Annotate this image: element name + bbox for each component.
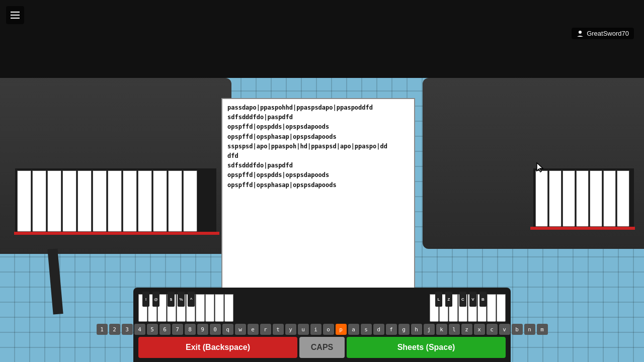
- menu-line-2: [11, 15, 20, 16]
- piano-keys-row: ! @ $ % ^: [138, 292, 506, 322]
- keyboard-key-v[interactable]: v: [499, 324, 510, 335]
- black-key-label: !: [145, 297, 147, 302]
- piano-key[interactable]: [576, 170, 589, 227]
- sheet-line: passdapo|ppaspohhd|ppaspsdapo|ppaspoddfd: [227, 103, 409, 113]
- piano-key[interactable]: [32, 170, 46, 232]
- keyboard-key-7[interactable]: 7: [172, 324, 183, 335]
- keyboard-key-q[interactable]: q: [222, 324, 233, 335]
- white-key[interactable]: [497, 294, 506, 322]
- keyboard-key-2[interactable]: 2: [109, 324, 120, 335]
- right-special-labels: L Z C V B: [435, 292, 496, 307]
- piano-right-accent: [530, 227, 635, 230]
- username-text: GreatSword70: [587, 30, 629, 37]
- sheet-line: opspffd|opsphasap|opspsdapoods: [227, 132, 409, 142]
- user-icon: [577, 30, 584, 37]
- keyboard-key-d[interactable]: d: [373, 324, 384, 335]
- keyboard-key-9[interactable]: 9: [197, 324, 208, 335]
- sheet-line: sdfsdddfdo|paspdfd: [227, 161, 409, 170]
- keyboard-key-a[interactable]: a: [348, 324, 359, 335]
- piano-key[interactable]: [123, 170, 137, 232]
- keyboard-key-l[interactable]: l: [449, 324, 460, 335]
- piano-key[interactable]: [183, 170, 197, 232]
- keyboard-key-w[interactable]: w: [235, 324, 246, 335]
- keyboard-key-e[interactable]: e: [248, 324, 259, 335]
- keyboard-key-y[interactable]: y: [285, 324, 296, 335]
- sheets-button[interactable]: Sheets (Space): [347, 337, 506, 358]
- keyboard-key-s[interactable]: s: [361, 324, 372, 335]
- piano-key[interactable]: [535, 170, 548, 227]
- piano-right-panel: L Z C V B: [323, 292, 506, 322]
- keyboard-key-j[interactable]: j: [424, 324, 435, 335]
- piano-key[interactable]: [617, 170, 629, 227]
- piano-key[interactable]: [138, 170, 152, 232]
- piano-left-body: [0, 78, 231, 254]
- sheet-line: opspffd|opspdds|opspsdapoods: [227, 122, 409, 132]
- keyboard-key-z[interactable]: z: [461, 324, 472, 335]
- bottom-actions: Exit (Backspace) CAPS Sheets (Space): [138, 337, 506, 358]
- keyboard-key-u[interactable]: u: [298, 324, 309, 335]
- piano-key[interactable]: [47, 170, 61, 232]
- keyboard-key-r[interactable]: r: [260, 324, 271, 335]
- piano-right-body: [423, 78, 644, 249]
- piano-left-keys: [15, 168, 216, 234]
- keyboard-key-k[interactable]: k: [436, 324, 447, 335]
- key-row-numbers: 1234567890qwertyuiopasdfghjklzxcvbnm: [138, 324, 506, 335]
- keyboard-panel: ! @ $ % ^: [133, 288, 511, 362]
- sheet-line: sspspsd|apo|ppaspoh|hd|ppaspsd|apo|ppasp…: [227, 142, 409, 151]
- exit-button[interactable]: Exit (Backspace): [138, 337, 297, 358]
- black-key-label: @: [154, 297, 158, 302]
- black-key-label: ^: [190, 297, 193, 302]
- black-key-label-r: C: [461, 297, 464, 302]
- keyboard-key-c[interactable]: c: [487, 324, 498, 335]
- black-key-label-r: L: [438, 297, 440, 302]
- piano-left-accent: [14, 232, 219, 235]
- piano-key[interactable]: [77, 170, 92, 232]
- sheet-content: passdapo|ppaspohhd|ppaspsdapo|ppaspoddfd…: [227, 103, 409, 190]
- piano-key[interactable]: [17, 170, 31, 232]
- piano-key[interactable]: [93, 170, 107, 232]
- keyboard-key-3[interactable]: 3: [122, 324, 133, 335]
- keyboard-key-n[interactable]: n: [524, 324, 535, 335]
- username-badge: GreatSword70: [572, 28, 634, 39]
- black-key-label-r: Z: [448, 297, 450, 302]
- menu-icon[interactable]: [6, 6, 24, 24]
- piano-key[interactable]: [590, 170, 602, 227]
- sheet-dialog: passdapo|ppaspohhd|ppaspsdapo|ppaspoddfd…: [221, 98, 415, 289]
- keyboard-key-0[interactable]: 0: [210, 324, 221, 335]
- black-key-label: $: [170, 297, 172, 302]
- keyboard-key-4[interactable]: 4: [134, 324, 145, 335]
- keyboard-key-b[interactable]: b: [512, 324, 523, 335]
- piano-key[interactable]: [562, 170, 575, 227]
- piano-key[interactable]: [549, 170, 561, 227]
- piano-key[interactable]: [168, 170, 182, 232]
- menu-line-3: [11, 18, 20, 19]
- svg-point-0: [579, 31, 582, 34]
- piano-right-keys: [533, 168, 634, 229]
- piano-key[interactable]: [153, 170, 167, 232]
- keyboard-key-8[interactable]: 8: [185, 324, 196, 335]
- menu-line-1: [11, 12, 20, 13]
- black-key-label-r: V: [471, 297, 474, 302]
- caps-button[interactable]: CAPS: [299, 337, 345, 358]
- sheet-line: dfd: [227, 151, 409, 161]
- keyboard-key-m[interactable]: m: [537, 324, 548, 335]
- keyboard-key-i[interactable]: i: [310, 324, 321, 335]
- sheet-line: opspffd|opsphasap|opspsdapoods: [227, 180, 409, 190]
- piano-key[interactable]: [62, 170, 76, 232]
- keyboard-key-t[interactable]: t: [273, 324, 284, 335]
- keyboard-key-h[interactable]: h: [411, 324, 422, 335]
- black-key-label: %: [179, 297, 183, 302]
- keyboard-key-p[interactable]: p: [336, 324, 347, 335]
- keyboard-key-1[interactable]: 1: [97, 324, 108, 335]
- keyboard-key-g[interactable]: g: [398, 324, 410, 335]
- keyboard-key-6[interactable]: 6: [159, 324, 171, 335]
- ceiling: [0, 0, 644, 78]
- sheet-line: sdfsdddfdo|paspdfd: [227, 113, 409, 122]
- keyboard-key-5[interactable]: 5: [147, 324, 158, 335]
- piano-key[interactable]: [108, 170, 122, 232]
- keyboard-key-x[interactable]: x: [474, 324, 485, 335]
- keyboard-key-o[interactable]: o: [323, 324, 334, 335]
- black-key-label-r: B: [481, 297, 485, 302]
- keyboard-key-f[interactable]: f: [386, 324, 397, 335]
- piano-key[interactable]: [603, 170, 616, 227]
